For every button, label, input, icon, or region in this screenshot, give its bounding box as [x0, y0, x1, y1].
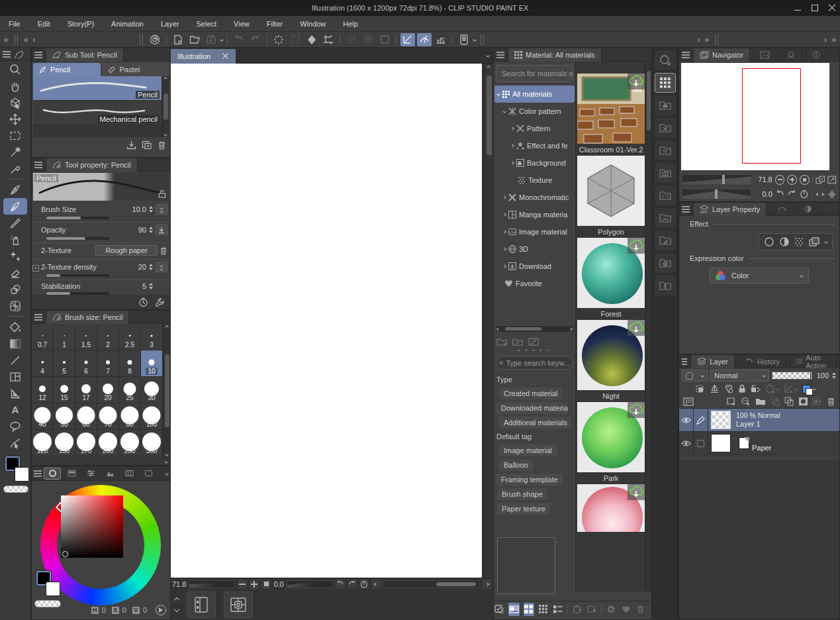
tag-brush-shape[interactable]: Brush shape: [497, 488, 547, 500]
snap-to-special-ruler-button[interactable]: [417, 33, 432, 46]
layer-opacity-slider[interactable]: [772, 372, 813, 380]
subtool-tab[interactable]: Sub Tool: Pencil: [46, 48, 124, 62]
tool-eyedropper[interactable]: [3, 160, 27, 177]
tree-item-3d[interactable]: 3D: [494, 240, 575, 258]
brush-size-value[interactable]: 10.0: [129, 205, 146, 213]
expand-property-icon[interactable]: +: [32, 265, 39, 272]
lock-transparent-pixels-icon[interactable]: [751, 384, 761, 393]
material-nav-image-material[interactable]: [655, 208, 676, 228]
collapse-icon[interactable]: «: [23, 35, 30, 44]
layer-opacity-spinner[interactable]: [831, 372, 837, 380]
stabilization-value[interactable]: 5: [129, 282, 146, 290]
subtool-group-pastel[interactable]: Pastel: [102, 63, 169, 76]
menu-edit[interactable]: Edit: [29, 16, 59, 32]
tag-framing-template[interactable]: Framing template: [496, 474, 563, 486]
nav-fit-to-navigator-icon[interactable]: [816, 176, 825, 184]
tool-pencil[interactable]: [3, 198, 27, 215]
minimize-button[interactable]: [794, 4, 802, 12]
brush-panel-collapse-icon[interactable]: [164, 460, 168, 464]
canvas-horizontal-scrollbar[interactable]: [383, 580, 480, 588]
ruler-icon-group[interactable]: [784, 384, 798, 393]
material-nav-3d[interactable]: [655, 253, 676, 273]
canvas-rotation-slider[interactable]: [287, 580, 333, 588]
palette-bar-button[interactable]: [187, 592, 216, 618]
save-button[interactable]: [204, 33, 218, 46]
canvas-settings-button[interactable]: [224, 592, 253, 618]
material-item-partial[interactable]: [577, 484, 645, 532]
texture-density-slider[interactable]: [46, 274, 109, 277]
canvas-tabs-overflow-chevron[interactable]: [486, 54, 490, 58]
blend-mode-dropdown[interactable]: Normal: [710, 370, 769, 382]
canvas-vertical-scrollbar[interactable]: [484, 64, 493, 578]
maximize-button[interactable]: [811, 4, 819, 12]
canvas-zoom-value[interactable]: 71.8: [172, 580, 186, 588]
brush-size-option[interactable]: 300: [141, 430, 163, 456]
layer-tab[interactable]: Layer: [690, 355, 735, 368]
reset-settings-icon[interactable]: [138, 297, 148, 307]
divider-handle[interactable]: • • • • •: [494, 348, 575, 354]
brush-preview[interactable]: Pencil: [33, 173, 169, 201]
effect-overflow-chevron[interactable]: [824, 240, 828, 244]
subtool-menu-icon[interactable]: [34, 52, 42, 58]
opacity-slider[interactable]: [46, 237, 109, 240]
tree-item-effect-and-feeling[interactable]: Effect and fe: [494, 137, 575, 154]
apply-mask-icon[interactable]: [812, 397, 823, 406]
brush-size-scrollbar[interactable]: [163, 325, 170, 457]
tool-text[interactable]: A: [3, 401, 27, 418]
subview-tab[interactable]: [753, 48, 776, 62]
tool-brush[interactable]: [3, 215, 27, 231]
tool-hand[interactable]: [3, 78, 27, 94]
brush-size-option[interactable]: 60: [75, 403, 97, 430]
layer-visibility-toggle[interactable]: [679, 409, 694, 432]
material-nav-monochromatic[interactable]: [655, 140, 676, 160]
material-nav-color-pattern[interactable]: [655, 118, 676, 138]
clip-studio-logo-icon[interactable]: [148, 33, 162, 46]
material-asset-search[interactable]: Search for materials on AS: [496, 65, 573, 82]
brush-size-option[interactable]: 8: [119, 350, 141, 377]
tool-ruler[interactable]: [3, 385, 27, 401]
wrench-icon[interactable]: [155, 297, 165, 307]
footer-collapse-icon[interactable]: [174, 607, 179, 612]
canvas-tab-illustration[interactable]: Illustration: [171, 49, 236, 64]
new-folder-icon[interactable]: [755, 397, 767, 406]
brush-size-option[interactable]: 2.5: [119, 324, 141, 350]
brush-size-option[interactable]: 7: [97, 350, 119, 377]
tool-balloon[interactable]: [3, 418, 27, 435]
tab-intermediate-color[interactable]: [120, 468, 138, 480]
tree-item-monochromatic[interactable]: Monochromatic: [494, 189, 575, 206]
layer-select-checkbox[interactable]: [694, 432, 708, 455]
snap-to-grid-button[interactable]: [434, 33, 448, 46]
view-grid-small-button[interactable]: [538, 603, 549, 616]
toggle-wheel-shape-button[interactable]: [156, 605, 166, 615]
menu-animation[interactable]: Animation: [103, 16, 152, 32]
brush-size-option[interactable]: 25: [119, 377, 141, 403]
brush-size-option[interactable]: 1.5: [75, 324, 97, 350]
navigator-zoom-value[interactable]: 71.8: [754, 176, 772, 183]
tree-item-color-pattern[interactable]: Color pattern: [494, 103, 575, 120]
tree-item-favorite[interactable]: Favorite: [494, 275, 575, 292]
tab-color-wheel[interactable]: [44, 468, 61, 480]
auto-action-tab[interactable]: Auto Action: [790, 355, 837, 368]
brushsize-tab[interactable]: Brush size: Pencil: [46, 311, 129, 324]
texture-density-spinner[interactable]: [148, 263, 154, 271]
tab-color-history[interactable]: [140, 468, 157, 480]
tool-selection[interactable]: [3, 127, 27, 144]
cloud-download-icon[interactable]: [628, 238, 645, 254]
material-keyword-search[interactable]: Type search keyw...: [496, 356, 573, 370]
footer-expand-icon[interactable]: [174, 597, 179, 603]
layer-opacity-value[interactable]: 100: [817, 372, 829, 380]
tab-color-set[interactable]: [63, 468, 80, 480]
brush-size-option[interactable]: 6: [75, 350, 97, 377]
color-tabs-overflow-chevron[interactable]: [165, 472, 169, 476]
tab-color-slider[interactable]: [82, 468, 99, 480]
delete-texture-icon[interactable]: [160, 246, 167, 255]
material-thumbnails-scrollbar[interactable]: [645, 62, 651, 592]
new-folder-icon[interactable]: [496, 337, 507, 346]
brush-size-option[interactable]: 12: [32, 377, 54, 403]
brush-size-option[interactable]: 3: [141, 324, 163, 350]
brush-size-option[interactable]: 17: [75, 377, 97, 403]
rotate-ccw-button[interactable]: [336, 580, 345, 589]
tag-created-material[interactable]: Created material: [499, 388, 562, 399]
menu-file[interactable]: File: [0, 16, 29, 32]
material-settings-gear-icon[interactable]: [606, 603, 616, 616]
